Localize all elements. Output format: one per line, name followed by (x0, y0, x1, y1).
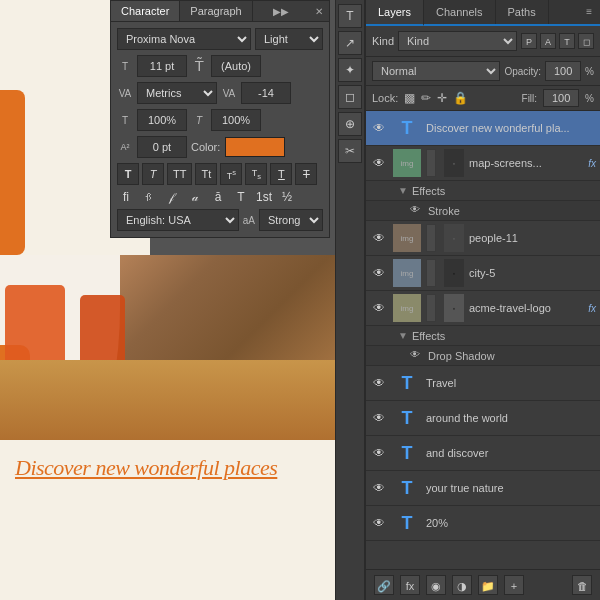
tool-arrow[interactable]: ↗ (338, 31, 362, 55)
kind-select[interactable]: Kind (398, 31, 517, 51)
font-family-select[interactable]: Proxima Nova (117, 28, 251, 50)
panel-menu-btn[interactable]: ≡ (578, 0, 600, 24)
allcaps-btn[interactable]: TT (167, 163, 192, 185)
tool-rect[interactable]: ◻ (338, 85, 362, 109)
layer-20pct[interactable]: 👁 T 20% (366, 506, 600, 541)
layer-5-name: acme-travel-logo (469, 302, 584, 314)
italic-btn[interactable]: T (142, 163, 164, 185)
tool-zoom[interactable]: ⊕ (338, 112, 362, 136)
delete-layer-btn[interactable]: 🗑 (572, 575, 592, 595)
smallcaps-btn[interactable]: Tt (195, 163, 217, 185)
layer-6-visibility[interactable]: 👁 (370, 374, 388, 392)
color-swatch[interactable] (225, 137, 285, 157)
panel-menu-arrow[interactable]: ▶▶ (267, 2, 295, 21)
link-layers-btn[interactable]: 🔗 (374, 575, 394, 595)
fill-pct: % (585, 93, 594, 104)
macron-char: ā (209, 190, 227, 204)
panel-close[interactable]: ✕ (309, 2, 329, 21)
add-adjustment-btn[interactable]: ◑ (452, 575, 472, 595)
layer-and-discover[interactable]: 👁 T and discover (366, 436, 600, 471)
effects-collapse-arrow[interactable]: ▼ (398, 185, 408, 196)
layer-7-visibility[interactable]: 👁 (370, 409, 388, 427)
tool-crop[interactable]: ✂ (338, 139, 362, 163)
language-select[interactable]: English: USA (117, 209, 239, 231)
layer-map-screens[interactable]: 👁 img ▪ map-screens... fx (366, 146, 600, 181)
add-mask-btn[interactable]: ◉ (426, 575, 446, 595)
effects-text-1: Effects (412, 185, 445, 197)
opacity-input[interactable] (545, 61, 581, 81)
layer-6-name: Travel (426, 377, 596, 389)
tool-type[interactable]: T (338, 4, 362, 28)
lock-label: Lock: (372, 92, 398, 104)
layer-2-fx: fx (588, 158, 596, 169)
baseline-input[interactable] (137, 136, 187, 158)
layer-discover[interactable]: 👁 T Discover new wonderful pla... (366, 111, 600, 146)
kind-pixel-icon[interactable]: P (521, 33, 537, 49)
dropshadow-effect-name: Drop Shadow (428, 350, 495, 362)
layer-2-mask: ▪ (444, 149, 464, 177)
super-btn[interactable]: Ts (220, 163, 242, 185)
layer-2-visibility[interactable]: 👁 (370, 154, 388, 172)
dropshadow-eye-icon[interactable]: 👁 (410, 349, 424, 363)
layer-8-visibility[interactable]: 👁 (370, 444, 388, 462)
layer-5-visibility[interactable]: 👁 (370, 299, 388, 317)
layer-10-visibility[interactable]: 👁 (370, 514, 388, 532)
frac2-char: 𝒶 (186, 190, 204, 204)
layer-9-visibility[interactable]: 👁 (370, 479, 388, 497)
layer-acme-logo[interactable]: 👁 img ▪ acme-travel-logo fx (366, 291, 600, 326)
font-size-input[interactable] (137, 55, 187, 77)
layers-tab[interactable]: Layers (366, 0, 424, 26)
lock-position-icon[interactable]: ✛ (437, 91, 447, 105)
baseline-icon: A² (117, 142, 133, 152)
vertical-scale-input[interactable] (211, 109, 261, 131)
blend-mode-select[interactable]: Normal (372, 61, 500, 81)
layer-people[interactable]: 👁 img ▪ people-11 (366, 221, 600, 256)
paths-tab[interactable]: Paths (496, 0, 549, 24)
add-style-btn[interactable]: fx (400, 575, 420, 595)
layer-10-name: 20% (426, 517, 596, 529)
layer-3-visibility[interactable]: 👁 (370, 229, 388, 247)
layer-4-visibility[interactable]: 👁 (370, 264, 388, 282)
fill-input[interactable] (543, 89, 579, 107)
horizontal-scale-input[interactable] (137, 109, 187, 131)
bold-btn[interactable]: T (117, 163, 139, 185)
layer-1-visibility[interactable]: 👁 (370, 119, 388, 137)
layer-10-thumb: T (393, 509, 421, 537)
lock-all-icon[interactable]: 🔒 (453, 91, 468, 105)
lock-paint-icon[interactable]: ✏ (421, 91, 431, 105)
layer-travel[interactable]: 👁 T Travel (366, 366, 600, 401)
sub-btn[interactable]: Ts (245, 163, 267, 185)
kind-shape-icon[interactable]: ◻ (578, 33, 594, 49)
layer-5-effects-label: ▼ Effects (366, 326, 600, 346)
new-group-btn[interactable]: 📁 (478, 575, 498, 595)
character-tab[interactable]: Character (111, 1, 180, 21)
strikethrough-btn[interactable]: T (295, 163, 317, 185)
channels-tab[interactable]: Channels (424, 0, 495, 24)
layer-9-name: your true nature (426, 482, 596, 494)
effects-collapse-arrow-2[interactable]: ▼ (398, 330, 408, 341)
underline-btn[interactable]: T (270, 163, 292, 185)
leading-input[interactable] (211, 55, 261, 77)
layer-city[interactable]: 👁 img ▪ city-5 (366, 256, 600, 291)
layer-8-name: and discover (426, 447, 596, 459)
layer-4-mask: ▪ (444, 259, 464, 287)
kerning-select[interactable]: Metrics (137, 82, 217, 104)
aa-label: aA (243, 215, 255, 226)
stroke-eye-icon[interactable]: 👁 (410, 204, 424, 218)
layer-5-mask: ▪ (444, 294, 464, 322)
kind-adjust-icon[interactable]: A (540, 33, 556, 49)
new-layer-btn[interactable]: + (504, 575, 524, 595)
antialias-select[interactable]: Strong (259, 209, 323, 231)
layer-your-true-nature[interactable]: 👁 T your true nature (366, 471, 600, 506)
tracking-input[interactable] (241, 82, 291, 104)
kind-type-icon[interactable]: T (559, 33, 575, 49)
mode-row: Normal Opacity: % (366, 57, 600, 86)
font-weight-select[interactable]: Light (255, 28, 323, 50)
paragraph-tab[interactable]: Paragraph (180, 1, 252, 21)
layer-6-thumb: T (393, 369, 421, 397)
layer-around-world[interactable]: 👁 T around the world (366, 401, 600, 436)
tool-star[interactable]: ✦ (338, 58, 362, 82)
lock-transparency-icon[interactable]: ▩ (404, 91, 415, 105)
fill-label: Fill: (522, 93, 538, 104)
layers-list: 👁 T Discover new wonderful pla... 👁 img … (366, 111, 600, 569)
